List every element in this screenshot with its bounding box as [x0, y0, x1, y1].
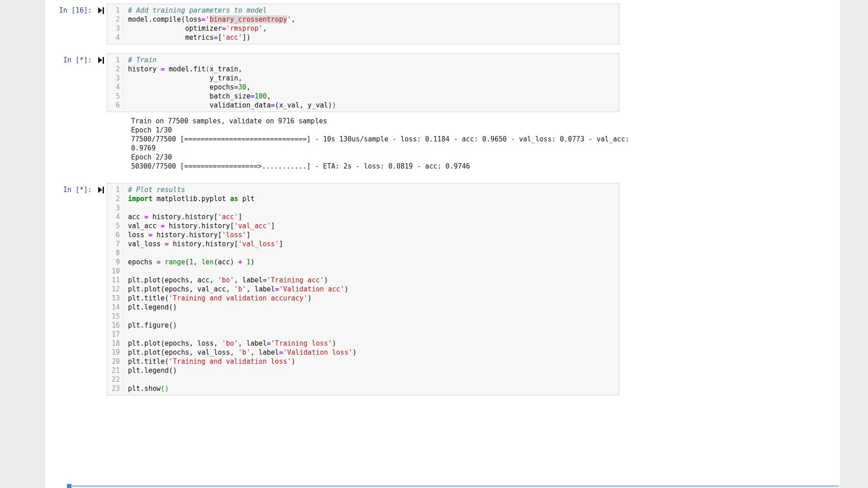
code-line: 3 optimizer='rmsprop', [107, 24, 619, 33]
line-number: 9 [107, 258, 123, 267]
code-token: 'bo' [218, 276, 234, 284]
code-token: len [202, 258, 214, 266]
notebook-cell: In [*]:1# Plot results2import matplotlib… [46, 183, 840, 395]
code-text: plt.plot(epochs, val_acc, 'b', label='Va… [123, 285, 349, 294]
code-token: 'Training and validation accuracy' [169, 294, 307, 302]
code-token: 'Training and validation loss' [169, 357, 291, 366]
code-editor[interactable]: 1# Plot results2import matplotlib.pyplot… [107, 183, 619, 395]
line-number: 13 [107, 294, 123, 303]
notebook-cell: In [16]:1# Add training parameters to mo… [46, 4, 840, 44]
code-token: ' [206, 15, 210, 23]
code-line: 5 batch_size=100, [107, 92, 619, 101]
code-cell[interactable]: In [*]:1# Train2history = model.fit(x_tr… [46, 53, 840, 112]
code-line: 1# Train [107, 56, 619, 65]
code-text: acc = history.history['acc'] [123, 212, 242, 221]
code-token: 'Validation acc' [279, 285, 344, 293]
code-token: history.history[ [148, 213, 218, 221]
code-token: 'acc' [218, 213, 238, 221]
code-line: 14plt.legend() [107, 303, 619, 312]
code-token: , [193, 258, 202, 266]
code-line: 7val_loss = history.history['val_loss'] [107, 239, 619, 249]
line-number: 6 [107, 230, 123, 239]
line-number: 1 [107, 185, 123, 194]
line-number: 15 [107, 312, 123, 321]
code-token: [ [218, 33, 222, 42]
line-number: 20 [107, 357, 123, 366]
code-token: epochs [128, 258, 156, 266]
code-token: , [263, 24, 267, 33]
code-line: 1# Plot results [107, 185, 619, 194]
line-number: 7 [107, 239, 123, 249]
code-token [242, 258, 246, 266]
code-cell[interactable]: In [16]:1# Add training parameters to mo… [46, 4, 840, 44]
code-token: 'val_loss' [238, 240, 279, 248]
code-token: model.compile(loss [128, 15, 202, 23]
code-editor[interactable]: 1# Add training parameters to model2mode… [107, 4, 619, 44]
code-line: 11plt.plot(epochs, acc, 'bo', label='Tra… [107, 276, 619, 285]
code-token: plt.legend() [128, 303, 177, 311]
play-triangle-icon [98, 7, 102, 14]
code-token: model.fit [165, 65, 205, 73]
line-number: 11 [107, 276, 123, 285]
code-token: = [267, 339, 271, 347]
code-token: , [246, 83, 250, 91]
code-line: 5val_acc = history.history['val_acc'] [107, 221, 619, 230]
code-token: , label [234, 276, 263, 284]
code-line: 16plt.figure() [107, 321, 619, 330]
code-token: plt.plot(epochs, val_loss, [128, 348, 238, 357]
code-token: 'val_acc' [234, 222, 271, 230]
code-token: = [279, 348, 283, 357]
code-text: optimizer='rmsprop', [123, 24, 267, 33]
code-token: batch_size [128, 92, 250, 100]
code-text: metrics=['acc']) [123, 33, 250, 42]
line-number: 8 [107, 249, 123, 258]
code-token: (x_val, y_val) [275, 101, 332, 109]
code-cell[interactable]: In [*]:1# Plot results2import matplotlib… [46, 183, 840, 395]
line-number: 18 [107, 339, 123, 348]
run-cell-icon[interactable] [98, 6, 104, 15]
code-token: = [156, 258, 160, 266]
code-text: epochs=30, [123, 83, 250, 92]
code-text: val_loss = history.history['val_loss'] [123, 239, 283, 249]
code-line: 22 [107, 375, 619, 384]
code-token: , label [246, 285, 275, 293]
code-token: ' [287, 15, 291, 23]
code-token: ) [307, 294, 311, 302]
code-token: = [160, 222, 165, 230]
line-number: 21 [107, 366, 123, 375]
jupyter-notebook-page: In [16]:1# Add training parameters to mo… [0, 0, 868, 488]
code-token: 'Validation loss' [283, 348, 353, 357]
notebook-cell: In [*]:1# Train2history = model.fit(x_tr… [46, 53, 840, 171]
input-prompt: In [*]: [63, 185, 92, 194]
code-token: epochs [128, 83, 234, 91]
run-cell-icon[interactable] [98, 185, 104, 194]
code-token: = [250, 92, 255, 100]
output-line: 77500/77500 [===========================… [131, 135, 646, 144]
code-token: acc [128, 213, 144, 221]
code-token: y_train, [128, 74, 242, 82]
line-number: 10 [107, 267, 123, 276]
code-line: 4 metrics=['acc']) [107, 33, 619, 42]
code-token: = [234, 83, 238, 91]
code-token: 'rmsprop' [226, 24, 263, 33]
code-token: , [291, 15, 295, 23]
code-token: plt.show [128, 385, 160, 393]
code-text: epochs = range(1, len(acc) + 1) [123, 258, 255, 267]
code-token: 'loss' [222, 231, 246, 239]
code-editor[interactable]: 1# Train2history = model.fit(x_train,3 y… [107, 53, 619, 112]
code-token [160, 258, 165, 266]
code-token: binary_crossentropy [210, 15, 288, 23]
line-number: 2 [107, 65, 123, 74]
code-text: plt.figure() [123, 321, 177, 330]
code-text: plt.plot(epochs, loss, 'bo', label='Trai… [123, 339, 336, 348]
code-token: ] [246, 231, 250, 239]
code-token: (acc) [214, 258, 238, 266]
code-token: ] [279, 240, 283, 248]
code-text: # Train [123, 56, 156, 65]
selected-cell-top-border[interactable] [67, 484, 839, 488]
run-cell-icon[interactable] [98, 56, 104, 65]
code-token: val_acc [128, 222, 160, 230]
code-token: plt.plot(epochs, val_acc, [128, 285, 234, 293]
code-text: y_train, [123, 74, 242, 83]
code-token: plt.legend() [128, 366, 177, 375]
